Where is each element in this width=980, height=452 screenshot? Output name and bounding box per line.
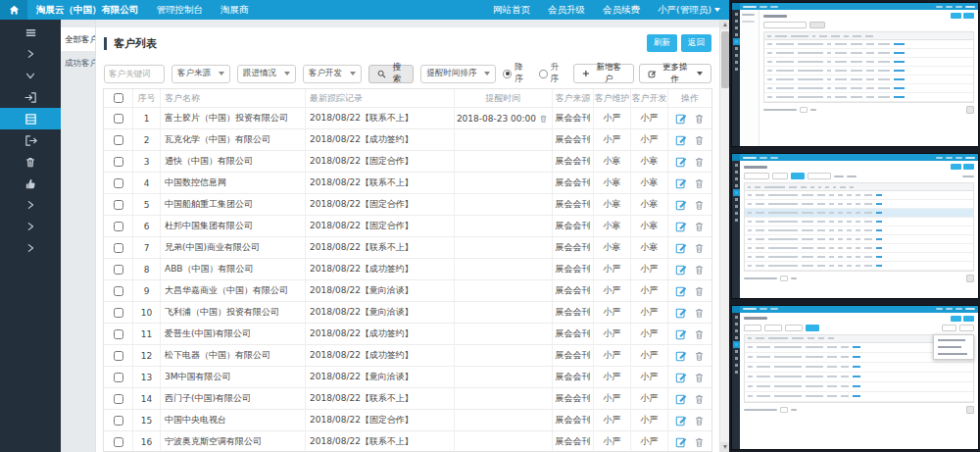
- delete-icon[interactable]: [694, 436, 705, 448]
- delete-icon[interactable]: [694, 350, 705, 362]
- preview-customer-list-wide[interactable]: [731, 153, 979, 298]
- delete-icon[interactable]: [694, 372, 705, 383]
- delete-icon[interactable]: [694, 415, 705, 427]
- edit-icon[interactable]: [675, 285, 687, 297]
- nav-site-home[interactable]: 网站首页: [484, 4, 539, 17]
- customer-developer: 小严: [631, 108, 668, 128]
- scroll-down-arrow[interactable]: [720, 442, 730, 452]
- row-checkbox[interactable]: [114, 308, 123, 318]
- delete-icon[interactable]: [694, 134, 705, 146]
- edit-icon[interactable]: [675, 372, 687, 383]
- edit-icon[interactable]: [675, 113, 687, 125]
- edit-icon[interactable]: [675, 436, 687, 448]
- delete-icon[interactable]: [694, 285, 705, 297]
- nav-console[interactable]: 管理控制台: [148, 4, 213, 17]
- brand-title[interactable]: 淘展云（中国）有限公司: [27, 4, 148, 17]
- edit-icon[interactable]: [675, 328, 687, 340]
- delete-icon[interactable]: [694, 328, 705, 340]
- delete-icon[interactable]: [694, 113, 705, 125]
- refresh-button[interactable]: 刷新: [647, 34, 677, 52]
- delete-icon[interactable]: [694, 242, 705, 254]
- search-button[interactable]: 搜索: [368, 65, 414, 83]
- delete-icon[interactable]: [694, 177, 705, 189]
- select-all-checkbox[interactable]: [114, 93, 123, 103]
- row-checkbox[interactable]: [114, 265, 123, 275]
- trash-icon[interactable]: [0, 151, 61, 173]
- reminder-delete-icon[interactable]: [539, 114, 548, 124]
- radio-asc-dot: [539, 70, 548, 78]
- follow-status-select[interactable]: 跟进情况: [237, 65, 296, 83]
- row-checkbox[interactable]: [114, 437, 123, 447]
- back-button[interactable]: 返回: [681, 34, 711, 52]
- row-checkbox[interactable]: [114, 329, 123, 339]
- customer-developer: 小寒: [631, 237, 668, 258]
- nav-taozhanshang[interactable]: 淘展商: [212, 4, 258, 17]
- user-menu[interactable]: 小严(管理员): [649, 4, 729, 17]
- thumbs-up-icon[interactable]: [0, 173, 61, 194]
- vertical-scrollbar[interactable]: [719, 20, 729, 452]
- delete-icon[interactable]: [694, 264, 705, 276]
- row-no: 3: [133, 151, 161, 172]
- edit-icon[interactable]: [675, 393, 687, 405]
- edit-icon[interactable]: [675, 350, 687, 362]
- sidebar-item-all-customers[interactable]: 全部客户: [61, 27, 95, 51]
- sort-select[interactable]: 提醒时间排序: [420, 65, 496, 83]
- row-no: 8: [133, 259, 161, 279]
- more-actions-button[interactable]: 更多操作: [639, 64, 711, 83]
- delete-icon[interactable]: [694, 307, 705, 319]
- chevron-right-icon[interactable]: [0, 237, 61, 259]
- delete-icon[interactable]: [694, 393, 705, 405]
- edit-icon[interactable]: [675, 156, 687, 168]
- preview-customer-deals[interactable]: [731, 2, 979, 147]
- edit-icon[interactable]: [675, 177, 687, 189]
- delete-icon[interactable]: [694, 199, 705, 211]
- developer-select[interactable]: 客户开发: [303, 65, 362, 83]
- home-button[interactable]: [0, 0, 27, 20]
- sidebar-item-success-customers[interactable]: 成功客户: [61, 51, 95, 75]
- sign-out-icon[interactable]: [0, 129, 61, 151]
- row-checkbox[interactable]: [114, 394, 123, 404]
- chevron-right-icon[interactable]: [0, 216, 61, 237]
- radio-asc[interactable]: 升序: [539, 62, 566, 85]
- source-select[interactable]: 客户来源: [172, 65, 230, 83]
- chevron-right-icon[interactable]: [0, 194, 61, 216]
- radio-desc[interactable]: 降序: [503, 62, 530, 85]
- chevron-down-icon[interactable]: [0, 65, 61, 86]
- chevron-right-icon[interactable]: [0, 43, 61, 65]
- row-checkbox[interactable]: [114, 200, 123, 210]
- nav-member-renew[interactable]: 会员续费: [594, 4, 649, 17]
- row-checkbox[interactable]: [114, 373, 123, 382]
- edit-icon[interactable]: [675, 134, 687, 146]
- sign-in-icon[interactable]: [0, 86, 61, 108]
- row-checkbox[interactable]: [114, 135, 123, 145]
- list-icon[interactable]: [0, 108, 61, 129]
- preview-customer-filtered[interactable]: [731, 305, 979, 450]
- mini-table-row: [745, 392, 973, 402]
- edit-icon[interactable]: [675, 221, 687, 232]
- row-checkbox[interactable]: [114, 243, 123, 253]
- reminder-time: [455, 302, 553, 323]
- scroll-up-arrow[interactable]: [720, 20, 730, 29]
- delete-icon[interactable]: [694, 156, 705, 168]
- edit-icon[interactable]: [675, 199, 687, 211]
- row-no: 7: [133, 237, 161, 258]
- row-checkbox[interactable]: [114, 178, 123, 188]
- keyword-input[interactable]: [104, 65, 165, 83]
- row-checkbox[interactable]: [114, 286, 123, 296]
- menu-icon[interactable]: [0, 22, 61, 43]
- edit-icon[interactable]: [675, 415, 687, 427]
- edit-icon[interactable]: [675, 307, 687, 319]
- row-checkbox[interactable]: [114, 157, 123, 167]
- nav-member-upgrade[interactable]: 会员升级: [539, 4, 594, 17]
- edit-icon[interactable]: [675, 264, 687, 276]
- row-checkbox[interactable]: [114, 351, 123, 361]
- reminder-time: [455, 324, 553, 344]
- row-checkbox[interactable]: [114, 416, 123, 426]
- scrollbar-thumb[interactable]: [721, 31, 729, 88]
- add-customer-button[interactable]: 新增客户: [573, 64, 634, 83]
- delete-icon[interactable]: [694, 221, 705, 232]
- source-select-label: 客户来源: [177, 68, 211, 79]
- edit-icon[interactable]: [675, 242, 687, 254]
- row-checkbox[interactable]: [114, 222, 123, 231]
- row-checkbox[interactable]: [114, 114, 123, 124]
